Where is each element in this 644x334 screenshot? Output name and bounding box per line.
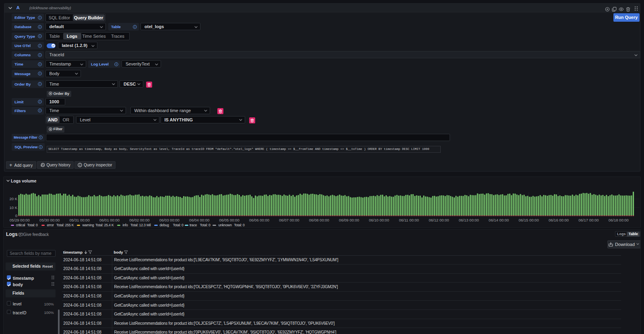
svg-text:0: 0	[15, 213, 17, 217]
svg-text:05/31 00:00: 05/31 00:00	[70, 217, 90, 222]
svg-text:06/15 00:00: 06/15 00:00	[519, 217, 539, 222]
svg-text:10 K: 10 K	[10, 205, 18, 209]
svg-text:06/01 00:00: 06/01 00:00	[99, 217, 120, 222]
svg-text:06/02 00:00: 06/02 00:00	[130, 217, 150, 222]
svg-text:06/08 00:00: 06/08 00:00	[309, 217, 329, 222]
svg-text:20 K: 20 K	[10, 197, 18, 201]
svg-text:06/12 00:00: 06/12 00:00	[429, 217, 449, 222]
svg-text:06/10 00:00: 06/10 00:00	[369, 217, 389, 222]
svg-text:06/13 00:00: 06/13 00:00	[459, 217, 479, 222]
svg-text:06/05 00:00: 06/05 00:00	[219, 217, 239, 222]
svg-text:05/29 00:00: 05/29 00:00	[10, 217, 30, 222]
svg-text:06/03 00:00: 06/03 00:00	[159, 217, 180, 222]
svg-text:06/17 00:00: 06/17 00:00	[579, 217, 599, 222]
svg-text:06/16 00:00: 06/16 00:00	[549, 217, 569, 222]
svg-text:06/14 00:00: 06/14 00:00	[489, 217, 509, 222]
svg-text:06/06 00:00: 06/06 00:00	[249, 217, 269, 222]
svg-text:06/07 00:00: 06/07 00:00	[279, 217, 299, 222]
svg-text:06/09 00:00: 06/09 00:00	[339, 217, 359, 222]
svg-text:06/18 00:00: 06/18 00:00	[609, 217, 629, 222]
svg-text:06/11 00:00: 06/11 00:00	[399, 217, 419, 222]
svg-text:06/04 00:00: 06/04 00:00	[189, 217, 209, 222]
svg-text:05/30 00:00: 05/30 00:00	[39, 217, 60, 222]
